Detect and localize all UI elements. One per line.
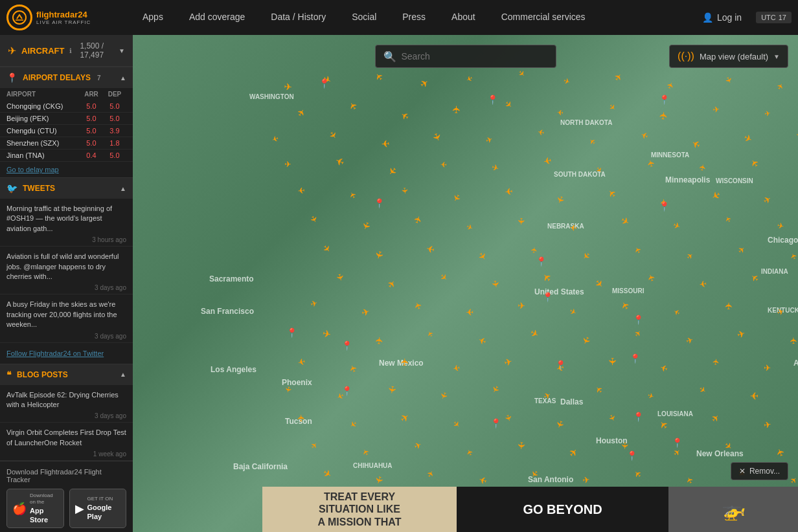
blog-title[interactable]: AvTalk Episode 62: Drying Cherries with … xyxy=(6,390,126,410)
store-buttons: 🍎 Download on the App Store ▶ GET IT ON … xyxy=(6,489,126,528)
quote-icon: ❝ xyxy=(6,370,12,380)
map-view-button[interactable]: ((·)) Map view (default) ▼ xyxy=(669,45,788,68)
delay-map-link[interactable]: Go to delay map xyxy=(6,166,59,173)
tweets-section: Morning traffic at the beginning of #OSH… xyxy=(0,199,133,364)
google-play-text: GET IT ON Google Play xyxy=(87,496,121,521)
nav-press[interactable]: Press xyxy=(389,0,439,35)
nav-apps[interactable]: Apps xyxy=(130,0,176,35)
tweet-item[interactable]: Morning traffic at the beginning of #OSH… xyxy=(0,199,133,247)
tweet-text: Morning traffic at the beginning of #OSH… xyxy=(6,204,126,234)
nav-commercial[interactable]: Commercial services xyxy=(488,0,598,35)
google-play-get: GET IT ON xyxy=(87,496,121,502)
airport-delays-chevron-icon: ▲ xyxy=(120,74,126,82)
dep-delay: 5.0 xyxy=(103,115,126,122)
aircraft-chevron-icon: ▼ xyxy=(119,47,125,54)
app-store-name: App Store xyxy=(30,506,58,525)
ad-banner: TREAT EVERYSITUATION LIKEA MISSION THAT … xyxy=(262,487,798,532)
google-play-button[interactable]: ▶ GET IT ON Google Play xyxy=(69,489,127,528)
airport-name: Shenzhen (SZX) xyxy=(6,139,80,147)
app-store-text: Download on the App Store xyxy=(30,493,58,524)
arr-delay: 5.0 xyxy=(80,139,103,147)
blog-posts-header[interactable]: ❝ BLOG POSTS ▲ xyxy=(0,364,133,385)
ad-image: 🚁 xyxy=(668,487,798,532)
radio-icon: ((·)) xyxy=(678,50,694,62)
app-store-get: Download on the xyxy=(30,493,58,506)
delay-row[interactable]: Shenzhen (SZX) 5.0 1.8 xyxy=(0,137,133,150)
tweet-item[interactable]: A busy Friday in the skies as we're trac… xyxy=(0,294,133,342)
download-title: Download Flightradar24 Flight Tracker xyxy=(6,468,126,483)
arr-delay: 5.0 xyxy=(80,102,103,110)
follow-link[interactable]: Follow Flightradar24 on Twitter xyxy=(0,343,133,364)
delay-row[interactable]: Beijing (PEK) 5.0 5.0 xyxy=(0,113,133,125)
delay-row[interactable]: Chongqing (CKG) 5.0 5.0 xyxy=(0,100,133,113)
login-button[interactable]: 👤 Log in xyxy=(694,8,749,27)
brand-tagline: LIVE AIR TRAFFIC xyxy=(36,19,91,25)
nav-right: 👤 Log in UTC 17 xyxy=(694,8,798,27)
location-icon: 📍 xyxy=(6,72,17,83)
tweet-time: 3 days ago xyxy=(6,333,126,340)
search-box[interactable]: 🔍 xyxy=(375,45,556,68)
blog-posts-chevron-icon: ▲ xyxy=(120,371,126,378)
delay-link[interactable]: Go to delay map xyxy=(0,162,133,177)
nav-add-coverage[interactable]: Add coverage xyxy=(176,0,258,35)
blog-time: 1 week ago xyxy=(6,450,126,458)
search-input[interactable] xyxy=(402,51,548,61)
aircraft-info-icon: ℹ xyxy=(69,47,72,54)
blog-item[interactable]: Virgin Orbit Completes First Drop Test o… xyxy=(0,423,133,461)
blog-item[interactable]: AvTalk Episode 62: Drying Cherries with … xyxy=(0,385,133,423)
user-icon: 👤 xyxy=(702,12,713,23)
ad-content: TREAT EVERYSITUATION LIKEA MISSION THAT … xyxy=(262,487,798,532)
follow-twitter-link[interactable]: Follow Flightradar24 on Twitter xyxy=(6,349,104,357)
arr-delay: 5.0 xyxy=(80,115,103,122)
main-nav: Apps Add coverage Data / History Social … xyxy=(130,0,694,35)
utc-time: 17 xyxy=(779,14,786,21)
android-icon: ▶ xyxy=(75,502,84,516)
delay-row[interactable]: Chengdu (CTU) 5.0 3.9 xyxy=(0,125,133,137)
remove-icon: ✕ xyxy=(739,467,746,476)
map-search-container: 🔍 xyxy=(375,45,556,68)
airport-name: Beijing (PEK) xyxy=(6,115,80,122)
tweet-item[interactable]: Aviation is full of wild and wonderful j… xyxy=(0,247,133,294)
aircraft-label: AIRCRAFT xyxy=(21,46,64,56)
helicopter-icon: 🚁 xyxy=(722,498,746,521)
blog-title[interactable]: Virgin Orbit Completes First Drop Test o… xyxy=(6,428,126,448)
tweet-text: Aviation is full of wild and wonderful j… xyxy=(6,252,126,282)
logo-circle xyxy=(6,5,32,30)
dep-delay: 1.8 xyxy=(103,139,126,147)
ad-logo-section: GO BEYOND xyxy=(457,487,668,532)
delay-row[interactable]: Jinan (TNA) 0.4 5.0 xyxy=(0,150,133,162)
svg-point-0 xyxy=(13,11,26,24)
logo-text-block: flightradar24 LIVE AIR TRAFFIC xyxy=(36,10,91,26)
blog-section: AvTalk Episode 62: Drying Cherries with … xyxy=(0,385,133,461)
map[interactable]: NORTH DAKOTAMINNESOTASOUTH DAKOTANEBRASK… xyxy=(133,35,798,532)
map-view-chevron-icon: ▼ xyxy=(773,53,780,60)
dep-delay: 5.0 xyxy=(103,151,126,159)
delay-table-header: AIRPORT ARR DEP xyxy=(0,88,133,100)
blog-posts-label: BLOG POSTS xyxy=(17,370,68,379)
col-arr: ARR xyxy=(80,91,103,98)
nav-social[interactable]: Social xyxy=(339,0,389,35)
download-section: Download Flightradar24 Flight Tracker 🍎 … xyxy=(0,461,133,532)
app-store-button[interactable]: 🍎 Download on the App Store xyxy=(6,489,64,528)
logo[interactable]: flightradar24 LIVE AIR TRAFFIC xyxy=(0,0,130,35)
tweets-header[interactable]: 🐦 TWEETS ▲ xyxy=(0,177,133,199)
remove-button[interactable]: ✕ Remov... xyxy=(731,462,788,480)
search-icon: 🔍 xyxy=(383,50,396,63)
aircraft-section-header[interactable]: ✈ AIRCRAFT ℹ 1,500 / 17,497 ▼ xyxy=(0,35,133,67)
airport-name: Chongqing (CKG) xyxy=(6,102,80,110)
airport-delays-header[interactable]: 📍 AIRPORT DELAYS 7 ▲ xyxy=(0,67,133,88)
login-label: Log in xyxy=(717,12,742,23)
dep-delay: 3.9 xyxy=(103,127,126,135)
nav-about[interactable]: About xyxy=(439,0,488,35)
nav-data-history[interactable]: Data / History xyxy=(258,0,339,35)
map-view-label: Map view (default) xyxy=(700,52,768,61)
map-background xyxy=(133,35,798,532)
google-play-name: Google Play xyxy=(87,503,121,522)
blog-time: 3 days ago xyxy=(6,412,126,419)
tweet-text: A busy Friday in the skies as we're trac… xyxy=(6,300,126,329)
apple-icon: 🍎 xyxy=(12,502,27,516)
arr-delay: 0.4 xyxy=(80,151,103,159)
col-dep: DEP xyxy=(103,91,126,98)
airport-name: Chengdu (CTU) xyxy=(6,127,80,135)
utc-label: UTC xyxy=(761,14,776,21)
